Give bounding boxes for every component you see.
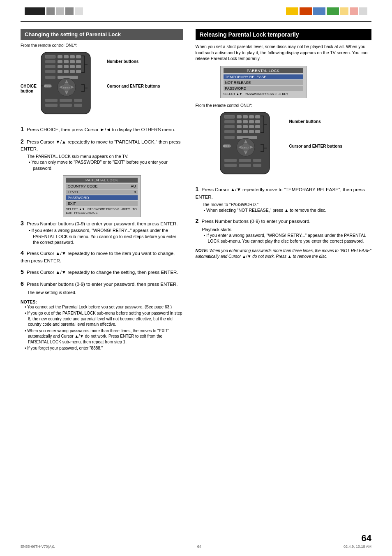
step-1: 1 Press CHOICE, then press Cursor ►/◄ to… (21, 125, 183, 134)
bar-right-1 (286, 7, 298, 15)
step-3-bullet: • If you enter a wrong password, "WRONG!… (29, 227, 183, 245)
bar-right-5 (340, 7, 348, 15)
svg-rect-8 (64, 60, 69, 63)
pl-screen-title: PARENTAL LOCK (66, 178, 138, 183)
notes-title: NOTES: (21, 299, 183, 304)
svg-rect-59 (237, 125, 242, 128)
step-2-bullet: • You can only move to "PASSWORD" or to … (29, 159, 183, 171)
tr-row-password: PASSWORD (224, 86, 303, 91)
step-6-sub: The new setting is stored. (27, 290, 183, 295)
page-content: Changing the setting of Parental Lock Fr… (21, 29, 371, 535)
bar-seg-3 (56, 7, 64, 15)
svg-rect-62 (255, 125, 260, 128)
step-6: 6 Press Number buttons (0-9) to enter yo… (21, 280, 183, 295)
svg-rect-37 (74, 104, 82, 107)
svg-text:CHOICE: CHOICE (223, 145, 231, 147)
two-column-layout: Changing the setting of Parental Lock Fr… (21, 29, 371, 352)
svg-rect-65 (243, 130, 248, 133)
right-step-2-bullet: • If you enter a wrong password, "WRONG!… (204, 232, 371, 244)
left-remote-diagram: ENTER CHOICE (21, 50, 183, 122)
svg-rect-81 (253, 159, 261, 162)
bar-seg-4 (65, 7, 74, 15)
svg-rect-19 (70, 70, 75, 73)
bar-right-7 (359, 7, 367, 15)
svg-rect-6 (45, 60, 55, 63)
number-buttons-label: Number buttons (107, 59, 138, 64)
svg-rect-63 (224, 130, 235, 133)
svg-rect-83 (239, 164, 251, 167)
svg-rect-55 (243, 120, 248, 123)
bar-seg-5 (75, 7, 83, 15)
top-bar (0, 7, 392, 15)
left-from-remote: From the remote control ONLY: (21, 43, 183, 48)
svg-rect-14 (70, 65, 75, 68)
step-5: 5 Press Cursor ▲/▼ repeatedly to change … (21, 268, 183, 276)
right-section-title: Releasing Parental Lock temporarily (200, 31, 299, 38)
svg-rect-61 (249, 125, 254, 128)
svg-text:CHOICE: CHOICE (44, 85, 52, 87)
footer-right: 02.4.9, 10:18 AM (344, 544, 371, 549)
svg-rect-49 (237, 115, 242, 118)
left-notes: NOTES: • You cannot set the Parental Loc… (21, 299, 183, 351)
bar-seg-1 (25, 7, 45, 15)
pl-row-exit: EXIT (66, 201, 138, 206)
right-from-remote: From the remote control ONLY: (196, 103, 371, 108)
svg-text:ENTER: ENTER (242, 146, 249, 149)
bar-right-6 (350, 7, 358, 15)
svg-rect-67 (255, 130, 260, 133)
svg-rect-3 (64, 55, 69, 58)
tr-row-notrelease: NOT RELEASE (224, 80, 303, 85)
bar-seg-2 (46, 7, 55, 15)
svg-rect-5 (76, 55, 81, 58)
left-remote-image: ENTER CHOICE (33, 50, 101, 118)
svg-rect-11 (45, 65, 55, 68)
right-step-2: 2 Press Number buttons (0-9) to enter yo… (196, 217, 371, 244)
right-note: NOTE: When you enter wrong passwords mor… (196, 248, 371, 259)
svg-rect-54 (237, 120, 242, 123)
right-remote-image: ENTER CHOICE (212, 110, 280, 178)
cursor-enter-label: Cursor and ENTER buttons (107, 84, 160, 89)
left-column: Changing the setting of Parental Lock Fr… (21, 29, 183, 352)
svg-rect-84 (253, 164, 261, 167)
right-note-text: When you enter wrong passwords more than… (196, 248, 371, 259)
svg-rect-33 (60, 99, 72, 102)
right-column: Releasing Parental Lock temporarily When… (196, 29, 371, 352)
temp-screen-title: PARENTAL LOCK (224, 68, 303, 73)
right-intro: When you set a strict parental level, so… (196, 44, 371, 62)
svg-rect-51 (249, 115, 254, 118)
bar-right-3 (313, 7, 325, 15)
temp-release-screen: PARENTAL LOCK TEMPORARY RELEASE NOT RELE… (220, 66, 307, 98)
svg-rect-80 (239, 159, 251, 162)
tr-screen-bottom: SELECT ▲▼ PASSWORD:PRESS 0→8 KEY (224, 92, 303, 96)
right-remote-diagram: ENTER CHOICE (196, 110, 371, 182)
note-3: • When you enter wrong passwords more th… (25, 328, 183, 345)
svg-rect-64 (237, 130, 242, 133)
svg-rect-79 (224, 159, 237, 162)
svg-rect-20 (76, 70, 81, 73)
page-number: 64 (362, 533, 371, 544)
note-1: • You cannot set the Parental Lock befor… (25, 304, 183, 310)
step-4: 4 Press Cursor ▲/▼ repeatedly to move to… (21, 249, 183, 264)
bar-right-2 (300, 7, 312, 15)
note-2: • If you go out of the PARENTAL LOCK sub… (25, 310, 183, 327)
right-step-2-sub: Playback starts. (202, 227, 371, 232)
svg-rect-60 (243, 125, 248, 128)
tr-row-temp: TEMPORARY RELEASE (224, 74, 303, 79)
svg-rect-13 (64, 65, 69, 68)
note-4: • If you forget your password, enter "88… (25, 345, 183, 351)
right-note-label: NOTE: (196, 248, 208, 253)
svg-rect-12 (58, 65, 62, 68)
svg-rect-4 (70, 55, 75, 58)
pl-row-level: LEVEL8 (66, 190, 138, 195)
bottom-rule (21, 536, 371, 536)
svg-rect-56 (249, 120, 254, 123)
right-step-1: 1 Press Cursor ▲/▼ repeatedly move to "T… (196, 185, 371, 213)
svg-rect-57 (255, 120, 260, 123)
pl-row-password: PASSWORD (66, 195, 138, 200)
bar-right-4 (327, 7, 339, 15)
left-section-title: Changing the setting of Parental Lock (25, 31, 121, 37)
left-section-header: Changing the setting of Parental Lock (21, 29, 183, 40)
svg-rect-68 (224, 136, 235, 139)
svg-rect-18 (64, 70, 69, 73)
parental-lock-screen: PARENTAL LOCK COUNTRY CODEAU LEVEL8 PASS… (63, 175, 141, 217)
